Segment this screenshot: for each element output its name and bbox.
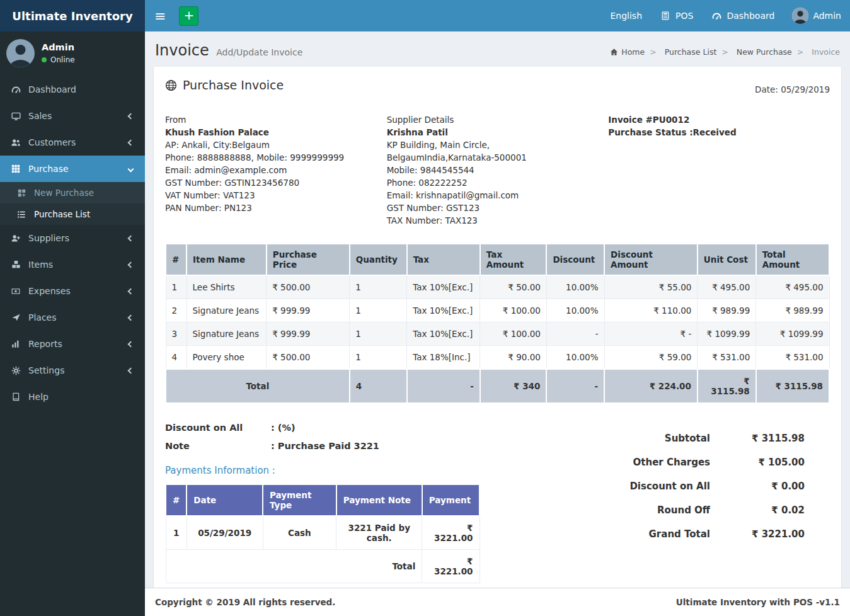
col-header-unit-cost: Unit Cost xyxy=(698,244,756,275)
sidebar-toggle-button[interactable]: ≡ xyxy=(145,0,175,31)
book-icon xyxy=(10,392,21,401)
discount-note-value: : (%) xyxy=(271,423,296,433)
chevron-left-icon xyxy=(128,235,134,241)
summary-value: ₹ 0.02 xyxy=(710,505,805,516)
sidebar-item-label: Purchase List xyxy=(34,209,90,219)
sidebar-item-items[interactable]: Items xyxy=(0,251,145,278)
col-header-payment: Payment xyxy=(422,484,480,516)
chevron-left-icon xyxy=(128,113,134,119)
col-header-date: Date xyxy=(187,484,263,516)
bar-chart-icon xyxy=(10,339,21,348)
cell-purchase-price: ₹ 500.00 xyxy=(267,275,350,299)
col-header-index: # xyxy=(166,244,187,275)
cell-tax-amount: ₹ 100.00 xyxy=(480,299,547,322)
sidebar-item-suppliers[interactable]: Suppliers xyxy=(0,225,145,251)
sidebar-item-sales[interactable]: Sales xyxy=(0,103,145,129)
dashboard-label: Dashboard xyxy=(727,11,774,21)
sidebar-item-label: Expenses xyxy=(28,286,71,296)
user-menu[interactable]: Admin xyxy=(783,0,850,31)
sidebar-item-expenses[interactable]: Expenses xyxy=(0,278,145,304)
plus-icon: + xyxy=(184,8,195,23)
total-quantity: 4 xyxy=(350,369,407,403)
chevron-left-icon xyxy=(128,261,134,268)
sidebar-item-label: Help xyxy=(28,392,49,402)
purchase-submenu: New Purchase Purchase List xyxy=(0,182,145,225)
sidebar-item-dashboard[interactable]: Dashboard xyxy=(0,76,145,103)
cell-quantity: 1 xyxy=(350,322,407,346)
sidebar-menu: Dashboard Sales Customers Purchase N xyxy=(0,76,145,410)
content-area: Invoice Add/Update Invoice Home Purchase… xyxy=(145,31,850,588)
col-header-quantity: Quantity xyxy=(350,244,407,275)
sidebar-item-label: Reports xyxy=(28,339,62,349)
breadcrumb-new-purchase[interactable]: New Purchase xyxy=(716,47,792,57)
sidebar-item-label: Sales xyxy=(28,111,52,121)
cell-tax: Tax 10%[Exc.] xyxy=(407,322,480,346)
cell-tax: Tax 10%[Exc.] xyxy=(407,275,480,299)
sidebar-item-settings[interactable]: Settings xyxy=(0,357,145,384)
discount-on-all-note: Discount on All : (%) xyxy=(165,423,493,433)
dashboard-link[interactable]: Dashboard xyxy=(702,0,783,31)
sidebar: Admin Online Dashboard Sales Customers xyxy=(0,31,145,616)
cell-tax: Tax 18%[Inc.] xyxy=(407,346,480,370)
total-tax-amount: ₹ 340 xyxy=(480,369,547,403)
total-label: Total xyxy=(166,369,350,403)
sidebar-item-customers[interactable]: Customers xyxy=(0,129,145,156)
summary-label: Subtotal xyxy=(597,433,710,444)
supplier-line: KP Building, Main Circle, BelgaumIndia,K… xyxy=(387,139,587,164)
breadcrumb: Home Purchase List New Purchase Invoice xyxy=(610,47,840,57)
app-brand[interactable]: Ultimate Inventory xyxy=(0,0,145,31)
discount-note-label: Discount on All xyxy=(165,423,271,433)
breadcrumb-invoice: Invoice xyxy=(792,47,840,57)
note-value: : Purchase Paid 3221 xyxy=(271,441,379,451)
breadcrumb-purchase-list[interactable]: Purchase List xyxy=(645,47,716,57)
sidebar-item-label: New Purchase xyxy=(34,188,94,198)
pos-link[interactable]: POS xyxy=(651,0,702,31)
summary-value: ₹ 3221.00 xyxy=(710,528,805,540)
cell-discount: 10.00% xyxy=(546,346,604,370)
cell-total-amount: ₹ 531.00 xyxy=(756,346,829,370)
invoice-card-title: Purchase Invoice xyxy=(165,78,284,92)
sidebar-item-label: Customers xyxy=(28,137,76,147)
page-title: Invoice xyxy=(155,42,209,59)
quick-add-button[interactable]: + xyxy=(179,6,198,26)
chevron-left-icon xyxy=(128,367,134,374)
payments-total-value: ₹ 3221.00 xyxy=(422,550,480,583)
sidebar-item-purchase-list[interactable]: Purchase List xyxy=(0,203,145,225)
sidebar-user-name: Admin xyxy=(42,42,75,52)
sidebar-item-purchase[interactable]: Purchase xyxy=(0,156,145,182)
cell-unit-cost: ₹ 495.00 xyxy=(698,275,756,299)
payments-total-label: Total xyxy=(166,550,422,583)
sidebar-item-reports[interactable]: Reports xyxy=(0,331,145,357)
cell-item-name: Signature Jeans xyxy=(187,299,267,322)
sidebar-user-panel: Admin Online xyxy=(0,31,145,76)
col-header-index: # xyxy=(166,484,187,516)
sidebar-item-places[interactable]: Places xyxy=(0,304,145,331)
sidebar-item-new-purchase[interactable]: New Purchase xyxy=(0,182,145,203)
cell-index: 2 xyxy=(166,299,187,322)
breadcrumb-home[interactable]: Home xyxy=(610,47,645,57)
summary-value: ₹ 0.00 xyxy=(710,481,805,492)
from-line: VAT Number: VAT123 xyxy=(165,189,365,202)
pos-label: POS xyxy=(675,11,693,21)
summary-value: ₹ 3115.98 xyxy=(710,433,805,444)
supplier-line: GST Number: GST123 xyxy=(387,202,587,214)
chevron-left-icon xyxy=(128,341,134,347)
cell-discount: 10.00% xyxy=(546,299,604,322)
breadcrumb-label: Purchase List xyxy=(665,47,717,57)
sidebar-item-help[interactable]: Help xyxy=(0,384,145,410)
from-name: Khush Fashion Palace xyxy=(165,126,365,139)
cell-tax-amount: ₹ 50.00 xyxy=(480,275,547,299)
hamburger-icon: ≡ xyxy=(154,8,166,24)
cell-quantity: 1 xyxy=(350,299,407,322)
sidebar-item-label: Places xyxy=(28,312,57,322)
cell-quantity: 1 xyxy=(350,346,407,370)
cell-index: 4 xyxy=(166,346,187,370)
language-menu[interactable]: English xyxy=(601,0,651,31)
user-status[interactable]: Online xyxy=(42,55,75,64)
cell-payment: ₹ 3221.00 xyxy=(422,516,480,550)
payments-table: # Date Payment Type Payment Note Payment… xyxy=(165,484,480,583)
cell-total-amount: ₹ 1099.99 xyxy=(756,322,829,346)
calculator-icon xyxy=(660,11,671,20)
grid-icon xyxy=(10,164,21,173)
sidebar-item-label: Settings xyxy=(28,365,64,375)
